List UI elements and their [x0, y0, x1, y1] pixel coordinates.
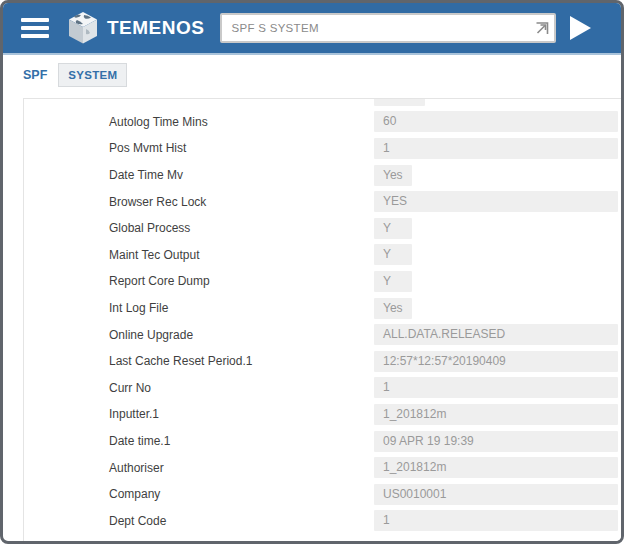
field-value-cell: 1	[374, 138, 618, 159]
run-button[interactable]	[568, 15, 592, 41]
field-value-cell: 1_201812m	[374, 404, 618, 425]
field-value: Y	[374, 271, 412, 292]
field-label: Last Cache Reset Period.1	[109, 354, 374, 368]
field-value: Yes	[374, 165, 412, 186]
field-value: Yes	[374, 298, 412, 319]
field-value-cell: Y	[374, 244, 618, 265]
field-row: Inputter.1 1_201812m	[24, 401, 621, 428]
field-label: Pos Mvmt Hist	[109, 141, 374, 155]
top-navbar: TEMENOS	[3, 3, 621, 55]
field-row: Browser Rec Lock YES	[24, 188, 621, 215]
field-row: Last Cache Reset Period.1 12:57*12:57*20…	[24, 348, 621, 375]
field-row: Timezone Mode Active	[24, 98, 621, 109]
field-label: Dept Code	[109, 514, 374, 528]
play-icon	[568, 15, 592, 41]
field-value: 1	[374, 377, 618, 398]
field-value: 12:57*12:57*20190409	[374, 351, 618, 372]
globe-cube-icon	[67, 11, 99, 45]
field-label: Authoriser	[109, 461, 374, 475]
field-row: Online Upgrade ALL.DATA.RELEASED	[24, 321, 621, 348]
breadcrumb-spf-link[interactable]: SPF	[23, 68, 47, 82]
field-label: Company	[109, 487, 374, 501]
record-form-panel[interactable]: Timezone Mode Active Autolog Time Mins 6…	[23, 98, 621, 541]
field-value: 1	[374, 510, 618, 531]
command-line-wrap	[220, 13, 556, 43]
breadcrumb: SPF SYSTEM	[3, 55, 621, 95]
field-value: 09 APR 19 19:39	[374, 431, 618, 452]
field-value-cell: 1_201812m	[374, 457, 618, 478]
field-value: 1	[374, 138, 618, 159]
field-value-cell: 1	[374, 510, 618, 531]
field-row: Report Core Dump Y	[24, 268, 621, 295]
field-rows: Timezone Mode Active Autolog Time Mins 6…	[24, 98, 621, 534]
field-label: Date Time Mv	[109, 168, 374, 182]
field-value: 1_201812m	[374, 457, 618, 478]
field-label: Global Process	[109, 221, 374, 235]
menu-icon[interactable]	[21, 14, 49, 42]
field-row: Int Log File Yes	[24, 295, 621, 322]
command-line-input[interactable]	[220, 13, 556, 43]
field-value-cell: Y	[374, 218, 618, 239]
field-label: Curr No	[109, 381, 374, 395]
launch-icon[interactable]	[534, 20, 550, 36]
field-value-cell: 09 APR 19 19:39	[374, 431, 618, 452]
tab-system[interactable]: SYSTEM	[58, 63, 127, 87]
field-row: Dept Code 1	[24, 508, 621, 535]
field-value-cell: Active	[374, 98, 618, 106]
field-value-cell: US0010001	[374, 484, 618, 505]
field-label: Autolog Time Mins	[109, 115, 374, 129]
field-value: 60	[374, 111, 618, 132]
field-value-cell: Yes	[374, 165, 618, 186]
field-row: Maint Tec Output Y	[24, 242, 621, 269]
field-row: Global Process Y	[24, 215, 621, 242]
field-label: Online Upgrade	[109, 328, 374, 342]
field-row: Company US0010001	[24, 481, 621, 508]
field-row: Curr No 1	[24, 375, 621, 402]
field-value-cell: 60	[374, 111, 618, 132]
field-value: ALL.DATA.RELEASED	[374, 324, 618, 345]
field-row: Autolog Time Mins 60	[24, 109, 621, 136]
field-row: Date Time Mv Yes	[24, 162, 621, 189]
app-window: TEMENOS SPF SYSTEM Timezone Mode Active	[0, 0, 624, 544]
field-value-cell: YES	[374, 191, 618, 212]
field-value: Y	[374, 218, 412, 239]
field-row: Authoriser 1_201812m	[24, 454, 621, 481]
brand-name: TEMENOS	[107, 17, 204, 39]
field-label: Browser Rec Lock	[109, 195, 374, 209]
field-label: Inputter.1	[109, 407, 374, 421]
temenos-logo: TEMENOS	[67, 11, 204, 45]
field-value: US0010001	[374, 484, 618, 505]
field-label: Maint Tec Output	[109, 248, 374, 262]
field-value-cell: Y	[374, 271, 618, 292]
field-value: Active	[374, 98, 425, 106]
field-value: Y	[374, 244, 412, 265]
field-label: Timezone Mode	[109, 98, 374, 102]
field-value: 1_201812m	[374, 404, 618, 425]
field-label: Report Core Dump	[109, 274, 374, 288]
field-value-cell: ALL.DATA.RELEASED	[374, 324, 618, 345]
field-value-cell: Yes	[374, 298, 618, 319]
field-row: Date time.1 09 APR 19 19:39	[24, 428, 621, 455]
field-label: Date time.1	[109, 434, 374, 448]
field-value: YES	[374, 191, 618, 212]
field-row: Pos Mvmt Hist 1	[24, 135, 621, 162]
field-value-cell: 12:57*12:57*20190409	[374, 351, 618, 372]
field-label: Int Log File	[109, 301, 374, 315]
field-value-cell: 1	[374, 377, 618, 398]
